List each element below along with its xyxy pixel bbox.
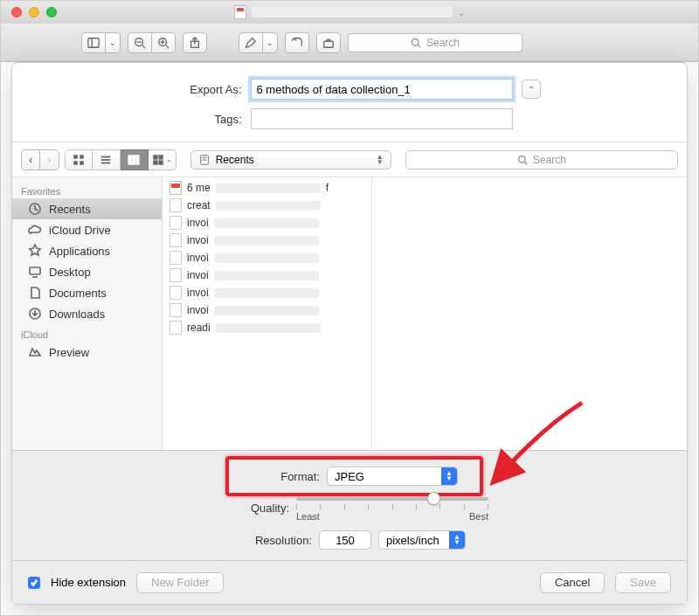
svg-line-3 (142, 45, 146, 48)
cancel-button[interactable]: Cancel (540, 572, 605, 593)
file-row[interactable]: invoi (163, 284, 371, 301)
format-label: Format: (241, 470, 320, 483)
export-as-label: Export As: (159, 83, 242, 96)
redacted-text (216, 183, 321, 193)
view-gallery-button[interactable]: ⌄ (149, 149, 176, 170)
sidebar-item-label: Applications (49, 245, 110, 258)
svg-point-30 (518, 156, 525, 163)
file-row[interactable]: invoi (163, 301, 371, 319)
quality-slider[interactable] (296, 497, 488, 501)
svg-rect-24 (159, 155, 163, 158)
desktop-icon (28, 265, 42, 279)
resolution-label: Resolution: (233, 534, 312, 547)
close-window-button[interactable] (11, 7, 22, 17)
sheet-bottom-bar: Hide extension New Folder Cancel Save (12, 560, 687, 604)
file-name-fragment: invoi (187, 234, 209, 246)
sidebar-item-applications[interactable]: Applications (12, 240, 162, 261)
hide-extension-checkbox[interactable] (28, 577, 40, 589)
quality-least-label: Least (296, 511, 320, 522)
sidebar-header-favorites: Favorites (12, 181, 162, 198)
export-as-input[interactable] (251, 79, 513, 100)
apps-icon (28, 244, 42, 258)
browser-sidebar: Favorites Recents iCloud Drive Applicati… (12, 177, 163, 450)
toolbar-search-field[interactable]: Search (348, 33, 523, 52)
zoom-in-button[interactable] (151, 32, 176, 53)
svg-rect-22 (136, 155, 140, 164)
title-chevron-icon[interactable]: ⌄ (458, 8, 465, 17)
file-row[interactable]: invoi (163, 266, 371, 284)
location-popup[interactable]: Recents ▲▼ (190, 150, 391, 170)
sidebar-toggle-button[interactable] (81, 32, 105, 53)
sidebar-item-recents[interactable]: Recents (12, 198, 162, 219)
share-button[interactable] (183, 32, 207, 53)
up-down-chevron-icon: ▲▼ (377, 155, 384, 165)
rotate-button[interactable] (285, 32, 309, 53)
sidebar-item-label: Preview (49, 346, 89, 359)
quality-best-label: Best (469, 511, 488, 522)
window-titlebar: ⌄ (1, 1, 698, 24)
sidebar-item-documents[interactable]: Documents (12, 282, 162, 303)
resolution-unit-select[interactable]: pixels/inch ▲▼ (378, 530, 466, 550)
zoom-window-button[interactable] (46, 7, 57, 17)
pdf-file-icon (170, 181, 182, 195)
tags-input[interactable] (251, 108, 513, 129)
browser-search-field[interactable]: Search (405, 150, 678, 170)
file-name-fragment: invoi (187, 252, 209, 264)
app-toolbar: ⌄ ⌄ Search (1, 24, 698, 62)
file-row[interactable]: 6 mef (163, 179, 371, 197)
markup-button[interactable] (239, 32, 262, 53)
svg-rect-0 (88, 38, 99, 47)
toolbox-button[interactable] (316, 32, 341, 53)
svg-rect-14 (80, 155, 83, 158)
file-icon (170, 286, 182, 300)
zoom-out-button[interactable] (128, 32, 151, 53)
sidebar-item-label: iCloud Drive (49, 224, 111, 237)
file-icon (170, 233, 182, 247)
view-icons-button[interactable] (65, 149, 93, 170)
file-icon (170, 321, 182, 335)
search-placeholder: Search (426, 37, 460, 49)
markup-menu-button[interactable]: ⌄ (262, 32, 278, 53)
file-column[interactable]: 6 mefcreatinvoiinvoiinvoiinvoiinvoiinvoi… (163, 177, 372, 450)
redacted-text (214, 253, 319, 263)
new-folder-button[interactable]: New Folder (136, 572, 224, 593)
sidebar-item-preview[interactable]: Preview (12, 342, 162, 363)
file-row[interactable]: creat (163, 197, 371, 214)
slider-knob[interactable] (427, 492, 440, 505)
redacted-text (214, 271, 319, 280)
redacted-text (214, 306, 319, 315)
file-icon (170, 251, 182, 265)
export-sheet: Export As: ⌃ Tags: ‹ › ⌄ Recents ▲▼ Sea (11, 62, 688, 605)
forward-button[interactable]: › (39, 149, 59, 170)
expand-collapse-button[interactable]: ⌃ (522, 80, 541, 99)
resolution-input[interactable] (319, 530, 371, 550)
annotation-arrow-icon (486, 398, 591, 486)
sidebar-item-downloads[interactable]: Downloads (12, 303, 162, 324)
file-row[interactable]: invoi (163, 214, 371, 232)
svg-rect-21 (132, 155, 135, 164)
sidebar-menu-button[interactable]: ⌄ (105, 32, 121, 53)
sidebar-item-icloud-drive[interactable]: iCloud Drive (12, 219, 162, 240)
file-row[interactable]: invoi (163, 232, 371, 249)
sidebar-item-desktop[interactable]: Desktop (12, 261, 162, 282)
sidebar-item-label: Documents (49, 287, 107, 300)
minimize-window-button[interactable] (29, 7, 39, 17)
view-mode-group: ⌄ (65, 149, 176, 170)
save-button[interactable]: Save (615, 572, 671, 593)
file-suffix-fragment: f (326, 182, 329, 194)
format-panel: Format: JPEG ▲▼ Quality: Least Best Reso… (12, 450, 687, 560)
document-icon (28, 286, 42, 300)
view-list-button[interactable] (93, 149, 121, 170)
file-row[interactable]: invoi (163, 249, 371, 266)
file-row[interactable]: readi (163, 319, 371, 336)
back-button[interactable]: ‹ (21, 149, 39, 170)
format-select[interactable]: JPEG ▲▼ (327, 467, 458, 486)
preview-icon (28, 345, 42, 359)
file-icon (170, 268, 182, 282)
sidebar-item-label: Downloads (49, 308, 105, 321)
clock-icon (28, 202, 42, 216)
browser-toolbar: ‹ › ⌄ Recents ▲▼ Search (12, 142, 687, 177)
file-icon (170, 198, 182, 212)
file-name-fragment: 6 me (187, 182, 211, 194)
view-columns-button[interactable] (121, 149, 149, 170)
